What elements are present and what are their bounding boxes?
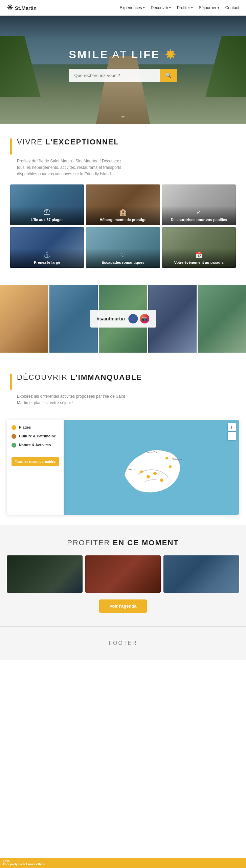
card-romantic[interactable]: ♡ Escapades romantiques xyxy=(86,227,160,268)
event-image-2 xyxy=(85,555,161,593)
profiter-title-bold: EN CE MOMENT xyxy=(113,538,179,547)
anchor-icon: ⚓ xyxy=(14,251,81,259)
svg-text:Marigot: Marigot xyxy=(128,468,135,470)
hero-title: SMILE AT LIFE ✸ xyxy=(69,48,177,62)
instagram-overlay: #saintmartin f 📷 xyxy=(90,310,156,328)
vivre-title: VIVRE L'EXCEPTIONNEL xyxy=(17,138,119,146)
navigation: ✳ St.Martin Expériences ▾ Découvrir ▾ Pr… xyxy=(0,0,246,16)
hero-search-bar: 🔍 xyxy=(69,69,177,82)
nav-sejourner[interactable]: Séjourner ▾ xyxy=(199,5,219,10)
vivre-title-bold: L'EXCEPTIONNEL xyxy=(45,138,119,146)
social-icons: f 📷 xyxy=(128,314,149,323)
section-profiter: PROFITER EN CE MOMENT 29 août Fête de Sa… xyxy=(0,525,246,626)
hero-section: SMILE AT LIFE ✸ 🔍 ⌄ xyxy=(0,16,246,124)
nav-links: Expériences ▾ Découvrir ▾ Profiter ▾ Séj… xyxy=(120,5,239,10)
sun-burst-icon: ✸ xyxy=(165,48,177,62)
footer-label: FOOTER xyxy=(109,640,137,646)
map-item-nature[interactable]: Nature & Activités xyxy=(12,443,59,448)
map-label-nature: Nature & Activités xyxy=(19,443,51,447)
nav-decouvrir[interactable]: Découvrir ▾ xyxy=(151,5,171,10)
map-dot-nature xyxy=(12,443,16,448)
instagram-cell-5 xyxy=(198,285,246,353)
card-food[interactable]: ✓ Des surprises pour vos papilles xyxy=(162,184,236,225)
map-item-plages[interactable]: Plages xyxy=(12,425,59,430)
map-label-culture: Culture & Patrimoine xyxy=(19,434,56,438)
map-section: Plages Culture & Patrimoine Nature & Act… xyxy=(0,416,246,525)
view-agenda-wrap: Voir l'agenda xyxy=(7,599,239,613)
hotel-icon: 🏨 xyxy=(89,209,156,216)
instagram-section: #saintmartin f 📷 xyxy=(0,285,246,353)
decouvrir-subtitle: Explorez les différentes activités propo… xyxy=(17,393,125,406)
map-zoom-in-button[interactable]: + xyxy=(228,423,236,431)
event-card-3[interactable]: 6 oct. Pool party de la Lunaire Farm xyxy=(163,555,239,593)
map-island-svg: Cul-de-Sac Marigot Philipsburg xyxy=(118,441,185,495)
decouvrir-title-text: DÉCOUVRIR L'IMMANQUABLE xyxy=(17,373,142,382)
instagram-icon[interactable]: 📷 xyxy=(140,314,149,323)
svg-point-5 xyxy=(165,457,168,459)
card-beach-label: L'île aux 37 plages xyxy=(14,217,81,222)
vivre-title-text: VIVRE L'EXCEPTIONNEL xyxy=(17,138,119,146)
hero-content: SMILE AT LIFE ✸ 🔍 xyxy=(69,48,177,82)
card-event[interactable]: 📅 Votre événement au paradis xyxy=(162,227,236,268)
search-button[interactable]: 🔍 xyxy=(160,69,177,82)
food-icon: ✓ xyxy=(165,209,232,216)
map-label-plages: Plages xyxy=(19,425,31,430)
card-sail-label: Prenez le large xyxy=(14,260,81,265)
logo-sun-icon: ✳ xyxy=(7,3,13,12)
footer: FOOTER xyxy=(0,626,246,660)
svg-point-1 xyxy=(153,472,157,475)
svg-point-2 xyxy=(160,478,163,482)
event-card-2[interactable]: 2 oct. Concert de steel pan xyxy=(85,555,161,593)
section-bar-decouvrir xyxy=(10,374,12,390)
svg-text:Philipsburg: Philipsburg xyxy=(172,458,182,460)
svg-point-0 xyxy=(147,475,150,478)
search-input[interactable] xyxy=(69,69,160,82)
instagram-hashtag: #saintmartin xyxy=(97,316,125,321)
event-image-3 xyxy=(163,555,239,593)
event-image-1 xyxy=(7,555,83,593)
heart-icon: ♡ xyxy=(89,251,156,259)
view-agenda-button[interactable]: Voir l'agenda xyxy=(99,599,147,613)
calendar-icon: 📅 xyxy=(165,251,232,259)
logo-text: St.Martin xyxy=(15,5,37,11)
beach-icon: ⛱ xyxy=(14,209,81,216)
vivre-header: VIVRE L'EXCEPTIONNEL xyxy=(10,138,236,155)
svg-point-4 xyxy=(169,465,172,468)
card-sail[interactable]: ⚓ Prenez le large xyxy=(10,227,84,268)
event-card-1[interactable]: 29 août Fête de Sandy Ground xyxy=(7,555,83,593)
map-item-culture[interactable]: Culture & Patrimoine xyxy=(12,434,59,439)
card-hotel[interactable]: 🏨 Hébergements de prestige xyxy=(86,184,160,225)
section-decouvrir: DÉCOUVRIR L'IMMANQUABLE Explorez les dif… xyxy=(0,359,246,416)
hero-title-at: AT xyxy=(112,48,128,61)
scroll-down-icon[interactable]: ⌄ xyxy=(120,111,126,119)
nav-contact[interactable]: Contact xyxy=(225,5,239,10)
chevron-down-icon: ▾ xyxy=(218,6,219,9)
svg-point-3 xyxy=(140,470,143,473)
facebook-icon[interactable]: f xyxy=(128,314,138,323)
decouvrir-header: DÉCOUVRIR L'IMMANQUABLE xyxy=(10,373,236,390)
hero-title-life: LIFE xyxy=(131,48,160,61)
map-all-button[interactable]: Tous les incontournables xyxy=(12,457,59,466)
map-dot-plages xyxy=(12,425,16,430)
card-food-label: Des surprises pour vos papilles xyxy=(165,217,232,222)
map-zoom-out-button[interactable]: − xyxy=(228,432,236,440)
section-bar-accent xyxy=(10,138,12,155)
decouvrir-title: DÉCOUVRIR L'IMMANQUABLE xyxy=(17,373,142,382)
vivre-subtitle: Profitez de l'île de Saint Martin - Sint… xyxy=(17,158,125,178)
events-grid: 29 août Fête de Sandy Ground 2 oct. Conc… xyxy=(7,555,239,593)
map-area: + − Cul-de-Sac Marigot Philipsburg xyxy=(64,420,239,515)
profiter-title: PROFITER EN CE MOMENT xyxy=(7,538,239,547)
instagram-cell-1 xyxy=(0,285,48,353)
map-sidebar: Plages Culture & Patrimoine Nature & Act… xyxy=(7,420,64,515)
hero-title-smile: SMILE xyxy=(69,48,109,61)
logo[interactable]: ✳ St.Martin xyxy=(7,3,37,12)
card-event-label: Votre événement au paradis xyxy=(165,260,232,265)
svg-text:Cul-de-Sac: Cul-de-Sac xyxy=(146,451,158,453)
activity-cards-grid: ⛱ L'île aux 37 plages 🏨 Hébergements de … xyxy=(10,184,236,268)
card-romantic-label: Escapades romantiques xyxy=(89,260,156,265)
nav-profiter[interactable]: Profiter ▾ xyxy=(177,5,193,10)
card-beach[interactable]: ⛱ L'île aux 37 plages xyxy=(10,184,84,225)
section-vivre: VIVRE L'EXCEPTIONNEL Profitez de l'île d… xyxy=(0,124,246,278)
decouvrir-title-bold: L'IMMANQUABLE xyxy=(70,373,142,381)
nav-experiences[interactable]: Expériences ▾ xyxy=(120,5,145,10)
